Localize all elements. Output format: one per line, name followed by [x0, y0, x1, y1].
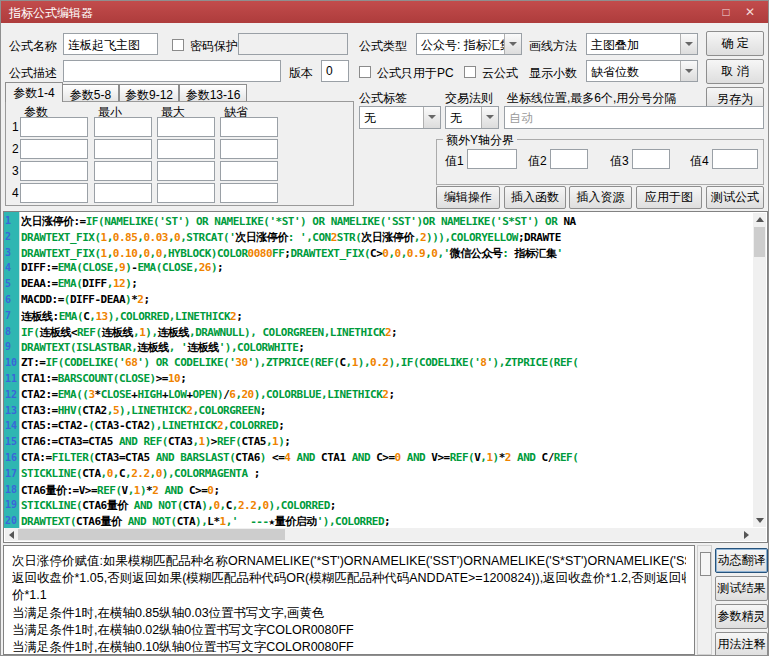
yaxis-value-input-3[interactable]: [632, 149, 670, 169]
code-line[interactable]: IF(连板线<REF(连板线,1),连板线,DRAWNULL), COLORGR…: [21, 325, 397, 340]
param-input-r1c4[interactable]: [220, 117, 278, 137]
tab-params-2[interactable]: 参数5-8: [62, 84, 119, 102]
line-number-gutter: 1234567891011121314151617181920: [4, 212, 20, 528]
insert-resource-button[interactable]: 插入资源: [569, 186, 632, 209]
code-line[interactable]: DRAWTEXT(ISLASTBAR,连板线, '连板线'),COLORWHIT…: [21, 340, 304, 355]
chevron-down-icon[interactable]: [680, 61, 697, 81]
coordline-input[interactable]: 自动: [504, 106, 764, 129]
scroll-up-icon[interactable]: [756, 217, 764, 222]
param-input-r3c1[interactable]: [20, 161, 88, 181]
code-line[interactable]: DIFF:=EMA(CLOSE,9)-EMA(CLOSE,26);: [21, 261, 223, 274]
code-area[interactable]: 次日涨停价:=IF(NAMELIKE('ST') OR NAMELIKE('*S…: [21, 212, 753, 528]
apply-to-chart-button[interactable]: 应用于图: [636, 186, 702, 209]
chevron-down-icon[interactable]: [680, 34, 697, 54]
code-line[interactable]: CTA6:=CTA3=CTA5 AND REF(CTA3,1)>REF(CTA5…: [21, 435, 290, 448]
code-line[interactable]: ZT:=IF(CODELIKE('68') OR CODELIKE('30'),…: [21, 356, 578, 369]
param-input-r3c3[interactable]: [157, 161, 215, 181]
code-line[interactable]: STICKLINE(CTA,0,C,2.2,0),COLORMAGENTA ;: [21, 467, 260, 480]
tab-params-1[interactable]: 参数1-4: [5, 82, 63, 102]
param-input-r4c3[interactable]: [157, 183, 215, 203]
description-scroll-thumb[interactable]: [700, 552, 711, 576]
param-input-r3c2[interactable]: [94, 161, 152, 181]
password-input[interactable]: [238, 33, 348, 55]
description-scrollbar[interactable]: [697, 545, 712, 655]
formula-desc-input[interactable]: [63, 60, 281, 82]
code-line[interactable]: 次日涨停价:=IF(NAMELIKE('ST') OR NAMELIKE('*S…: [21, 214, 576, 229]
test-result-button[interactable]: 测试结果: [715, 576, 768, 601]
tab-params-4[interactable]: 参数13-16: [179, 84, 247, 102]
code-line[interactable]: DRAWTEXT(CTA6量价 AND NOT(CTA),L*1,' ---★量…: [21, 514, 390, 528]
param-input-r1c3[interactable]: [157, 117, 215, 137]
maximize-icon[interactable]: □: [718, 4, 734, 20]
line-number: 15: [5, 436, 17, 447]
test-formula-button[interactable]: 测试公式: [706, 186, 764, 209]
usage-notes-button[interactable]: 用法注释: [715, 632, 768, 656]
draw-method-select[interactable]: 主图叠加: [586, 33, 698, 55]
param-input-r2c3[interactable]: [157, 139, 215, 159]
code-line[interactable]: CTA6量价:=V>=REF(V,1)*2 AND C>=0;: [21, 483, 220, 498]
trade-rule-select[interactable]: 无: [445, 106, 499, 129]
scroll-down-icon[interactable]: [756, 518, 764, 523]
param-input-r1c2[interactable]: [94, 117, 152, 137]
dynamic-translate-button[interactable]: 动态翻译: [715, 548, 768, 573]
line-number: 17: [5, 468, 17, 479]
close-icon[interactable]: ✕: [742, 4, 758, 20]
code-line[interactable]: MACDD:=(DIFF-DEAA)*2;: [21, 293, 150, 306]
pc-only-checkbox[interactable]: [359, 66, 371, 78]
code-line[interactable]: CTA1:=BARSCOUNT(CLOSE)>=10;: [21, 372, 186, 385]
line-number: 5: [5, 278, 11, 289]
cancel-button[interactable]: 取 消: [706, 59, 764, 84]
param-input-r3c4[interactable]: [220, 161, 278, 181]
formula-type-select[interactable]: 公众号: 指标汇集: [416, 33, 522, 55]
formula-tag-label: 公式标签: [359, 90, 407, 107]
scroll-left-icon[interactable]: [9, 531, 14, 539]
code-line[interactable]: STICKLINE(CTA6量价 AND NOT(CTA),0,C,2.2,0)…: [21, 498, 336, 513]
code-line[interactable]: DEAA:=EMA(DIFF,12);: [21, 277, 137, 290]
formula-name-input[interactable]: 连板起飞主图: [63, 33, 158, 55]
code-line[interactable]: 连板线:EMA(C,13),COLORRED,LINETHICK2;: [21, 309, 242, 324]
insert-function-button[interactable]: 插入函数: [504, 186, 566, 209]
param-input-r4c4[interactable]: [220, 183, 278, 203]
yaxis-value-input-1[interactable]: [467, 149, 517, 169]
version-label: 版本: [289, 65, 313, 82]
yaxis-value-input-4[interactable]: [712, 149, 758, 169]
tab-params-3[interactable]: 参数9-12: [119, 84, 179, 102]
param-input-r1c1[interactable]: [20, 117, 88, 137]
param-input-r2c4[interactable]: [220, 139, 278, 159]
param-input-r2c1[interactable]: [20, 139, 88, 159]
yaxis-value-input-2[interactable]: [550, 149, 588, 169]
trade-rule-value: 无: [450, 110, 462, 127]
vertical-scroll-thumb[interactable]: [754, 227, 765, 257]
code-line[interactable]: CTA3:=HHV(CTA2,5),LINETHICK2,COLORGREEN;: [21, 404, 266, 417]
editor-vertical-scrollbar[interactable]: [753, 213, 766, 527]
line-number: 13: [5, 405, 17, 416]
code-line[interactable]: CTA:=FILTER(CTA3=CTA5 AND BARSLAST(CTA6)…: [21, 451, 578, 464]
code-editor[interactable]: 1234567891011121314151617181920 次日涨停价:=I…: [3, 211, 768, 543]
version-input[interactable]: 0: [321, 60, 349, 82]
param-input-r2c2[interactable]: [94, 139, 152, 159]
password-protect-checkbox[interactable]: [172, 39, 184, 51]
line-number: 3: [5, 247, 11, 258]
editor-horizontal-scrollbar[interactable]: [5, 528, 753, 541]
ok-button[interactable]: 确 定: [706, 31, 764, 56]
coordline-label: 坐标线位置,最多6个,用分号分隔: [507, 90, 676, 107]
formula-translation-panel: 次日涨停价赋值:如果模糊匹配品种名称ORNAMELIKE('*ST')ORNAM…: [3, 545, 695, 655]
scroll-right-icon[interactable]: [744, 531, 749, 539]
title-bar[interactable]: 指标公式编辑器 □ ✕: [1, 1, 768, 23]
code-line[interactable]: DRAWTEXT_FIX(1,0.10,0,0,HYBLOCK)COLOR008…: [21, 246, 563, 261]
code-line[interactable]: CTA5:=CTA2-(CTA3-CTA2),LINETHICK2,COLORR…: [21, 419, 284, 432]
horizontal-scroll-thumb[interactable]: [18, 529, 285, 540]
formula-tag-select[interactable]: 无: [359, 106, 441, 129]
chevron-down-icon[interactable]: [504, 34, 521, 54]
chevron-down-icon[interactable]: [423, 107, 440, 128]
code-line[interactable]: CTA2:=EMA((3*CLOSE+HIGH+LOW+OPEN)/6,20),…: [21, 388, 395, 401]
cloud-formula-checkbox[interactable]: [464, 66, 476, 78]
decimals-label: 显示小数: [529, 65, 577, 82]
edit-ops-button[interactable]: 编辑操作: [436, 186, 500, 209]
param-wizard-button[interactable]: 参数精灵: [715, 604, 768, 629]
param-input-r4c1[interactable]: [20, 183, 88, 203]
chevron-down-icon[interactable]: [481, 107, 498, 128]
param-input-r4c2[interactable]: [94, 183, 152, 203]
decimals-select[interactable]: 缺省位数: [586, 60, 698, 82]
code-line[interactable]: DRAWTEXT_FIX(1,0.85,0.03,0,STRCAT('次日涨停价…: [21, 230, 561, 245]
